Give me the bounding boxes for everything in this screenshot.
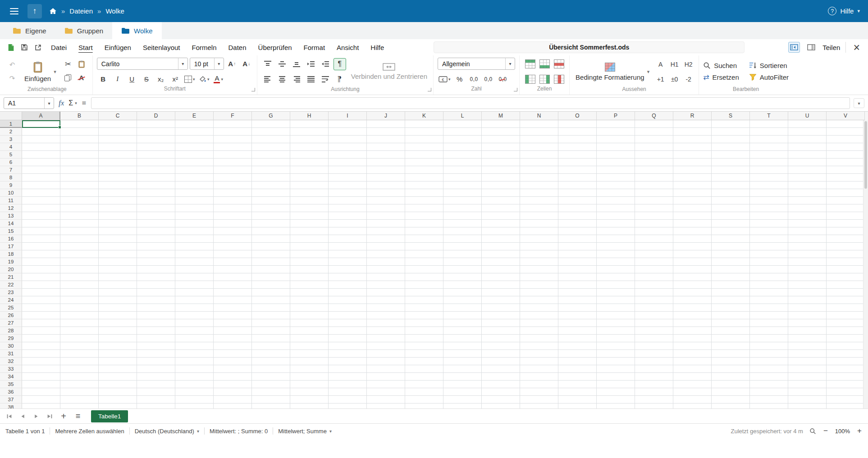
zoom-level[interactable]: 100% [835,428,850,435]
decrease-indent-button[interactable] [319,58,332,70]
status-aggregates[interactable]: Mittelwert: ; Summe: 0 [210,428,268,435]
menu-seitenlayout[interactable]: Seitenlayout [137,41,186,54]
zoom-icon[interactable] [809,428,816,435]
column-header-B[interactable]: B [60,112,99,120]
sidebar-toggle-button[interactable] [805,42,817,53]
collapse-ribbon-button[interactable] [788,42,800,53]
status-selection-mode[interactable]: Mehrere Zellen auswählen [55,428,124,435]
close-icon[interactable]: × [851,42,862,53]
row-header-1[interactable]: 1 [0,120,22,128]
menu-format[interactable]: Format [298,41,331,54]
row-header-26[interactable]: 26 [0,312,22,319]
breadcrumb-item-wolke[interactable]: Wolke [105,7,124,15]
up-arrow-icon[interactable]: ↑ [27,4,42,18]
search-button[interactable]: Suchen [703,62,739,69]
row-header-15[interactable]: 15 [0,227,22,235]
menu-start[interactable]: Start [73,41,99,54]
row-header-17[interactable]: 17 [0,243,22,250]
column-header-N[interactable]: N [520,112,558,120]
add-sheet-button[interactable]: + [58,411,69,422]
insert-row-above-button[interactable] [524,58,536,70]
column-header-R[interactable]: R [673,112,712,120]
expand-group-icon[interactable] [428,88,431,91]
superscript-button[interactable]: x² [169,73,182,85]
column-header-U[interactable]: U [788,112,827,120]
underline-button[interactable]: U [126,73,138,85]
vertical-scrollbar[interactable] [863,120,868,408]
row-header-28[interactable]: 28 [0,327,22,335]
status-sheet-count[interactable]: Tabelle 1 von 1 [5,428,45,435]
row-header-34[interactable]: 34 [0,373,22,381]
row-header-27[interactable]: 27 [0,319,22,327]
align-right-button[interactable] [290,73,303,86]
function-wizard-button[interactable]: fx [58,99,65,108]
row-header-13[interactable]: 13 [0,212,22,220]
row-header-4[interactable]: 4 [0,143,22,151]
copy-button[interactable] [61,72,75,84]
insert-column-after-button[interactable] [538,73,551,85]
row-header-22[interactable]: 22 [0,281,22,289]
row-header-24[interactable]: 24 [0,296,22,304]
column-header-A[interactable]: A [22,112,60,120]
column-header-D[interactable]: D [137,112,175,120]
share-button[interactable]: Teilen [822,44,840,51]
cells-area[interactable] [22,120,868,408]
background-color-button[interactable]: ▾ [198,73,210,85]
row-header-18[interactable]: 18 [0,250,22,258]
autosum-button[interactable]: Σ ▾ [69,99,77,107]
conditional-formatting-button[interactable]: Bedingte Formatierung ▾ [574,63,651,81]
menu-ansicht[interactable]: Ansicht [331,41,365,54]
font-color-button[interactable]: A▾ [212,73,225,85]
clear-number-format-button[interactable]: 0,0 [497,73,509,85]
expand-group-icon[interactable] [251,88,255,91]
column-header-Q[interactable]: Q [635,112,673,120]
style-good-button[interactable]: +1 [654,73,667,85]
font-size-select[interactable]: 10 pt ▾ [190,58,224,70]
row-header-38[interactable]: 38 [0,404,22,408]
zoom-out-button[interactable]: − [822,426,829,435]
align-bottom-button[interactable] [290,58,303,70]
breadcrumb-item-dateien[interactable]: Dateien [69,7,93,15]
menu-hilfe[interactable]: Hilfe [365,41,390,54]
row-header-7[interactable]: 7 [0,166,22,174]
expand-formula-bar-button[interactable]: ▾ [854,98,864,108]
menu-daten[interactable]: Daten [223,41,252,54]
row-header-31[interactable]: 31 [0,350,22,358]
row-header-12[interactable]: 12 [0,204,22,212]
merge-and-center-button[interactable]: Verbinden und Zentrieren [349,63,429,80]
column-header-M[interactable]: M [482,112,520,120]
center-vertically-button[interactable] [276,58,288,70]
style-bad-button[interactable]: -2 [682,73,694,85]
file-tab-eigene[interactable]: Eigene [4,22,55,39]
paste-button[interactable]: Einfügen ▾ [23,61,58,82]
row-header-5[interactable]: 5 [0,151,22,159]
save-button[interactable] [18,41,31,53]
grow-font-button[interactable]: A↑ [226,58,238,70]
sheet-list-button[interactable]: ≡ [72,412,84,421]
column-header-I[interactable]: I [329,112,367,120]
column-header-H[interactable]: H [290,112,329,120]
hamburger-menu-icon[interactable] [8,6,20,16]
menu-ueberpruefen[interactable]: Überprüfen [252,41,298,54]
file-tab-wolke[interactable]: Wolke [112,22,161,39]
column-header-K[interactable]: K [405,112,443,120]
style-neutral-button[interactable]: ±0 [668,73,681,85]
clear-formatting-button[interactable]: A [75,72,88,84]
row-header-9[interactable]: 9 [0,181,22,189]
column-header-C[interactable]: C [99,112,137,120]
increase-indent-button[interactable] [305,58,317,70]
autofilter-button[interactable]: AutoFilter [749,73,789,81]
row-header-37[interactable]: 37 [0,396,22,404]
row-header-8[interactable]: 8 [0,174,22,181]
cut-button[interactable]: ✂ [61,58,75,70]
strikethrough-button[interactable]: S [140,73,153,85]
delete-decimal-button[interactable]: 0,0 [482,73,495,85]
sheet-tab-tabelle1[interactable]: Tabelle1 [91,410,128,422]
equals-button[interactable]: = [81,99,87,107]
open-in-new-icon[interactable] [32,41,44,53]
paste-special-button[interactable] [75,58,88,70]
menu-formeln[interactable]: Formeln [186,41,223,54]
column-header-S[interactable]: S [712,112,750,120]
sort-button[interactable]: Sortieren [749,62,789,69]
replace-button[interactable]: ⇄ Ersetzen [703,73,739,82]
